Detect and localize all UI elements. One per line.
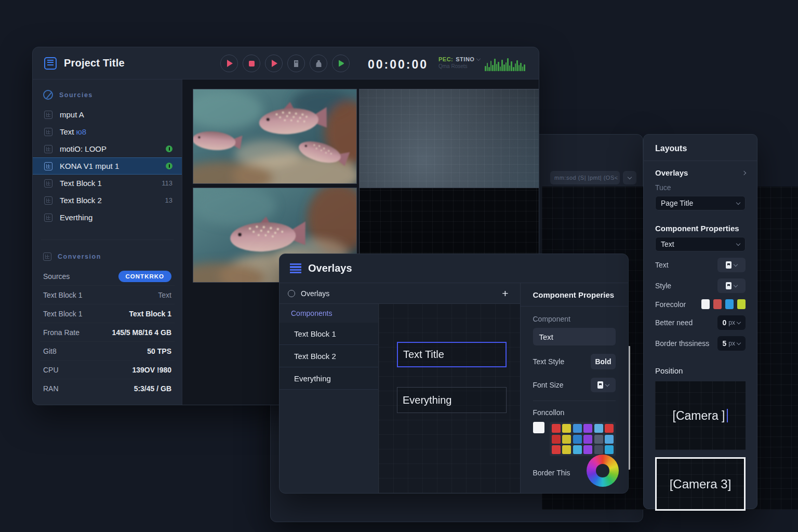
text-cursor	[727, 409, 728, 422]
component-dropdown[interactable]: Text	[655, 237, 746, 251]
color-swatch[interactable]	[552, 445, 561, 454]
source-item[interactable]: Text ю8	[33, 123, 182, 140]
font-size-dropdown[interactable]	[591, 378, 616, 392]
stat-row: RAN 5:3/45 / GB	[40, 379, 175, 398]
stat-value: 145/5 M8/16 4 GB	[112, 328, 171, 337]
color-swatch[interactable]	[605, 435, 614, 444]
status-active-icon	[166, 145, 172, 152]
color-swatch[interactable]	[583, 435, 592, 444]
capture-icon	[316, 60, 322, 67]
overlay-canvas[interactable]: Text Title Everything	[379, 304, 520, 493]
source-item[interactable]: Text Block 1 113	[33, 175, 182, 192]
divider	[533, 401, 616, 401]
chevron-down-icon	[737, 320, 741, 324]
forecolor-swatches	[701, 299, 746, 309]
capture-button[interactable]	[310, 55, 327, 72]
stat-value: 50 TPS	[147, 347, 171, 355]
audio-meter-bar	[518, 65, 520, 71]
clip-button[interactable]	[287, 55, 305, 72]
color-swatch[interactable]	[562, 424, 571, 433]
border-thickness-input[interactable]: 5 px	[717, 336, 746, 351]
color-swatch[interactable]	[573, 435, 582, 444]
audio-meter-bar	[492, 65, 494, 71]
audio-meter-bar	[522, 66, 524, 71]
layouts-overlays-item[interactable]: Overlays	[655, 168, 746, 177]
audio-meter-bar	[507, 58, 509, 71]
color-swatch-grid	[550, 422, 616, 456]
stat-row: Git8 50 TPS	[40, 342, 175, 361]
color-swatch[interactable]	[552, 435, 561, 444]
color-swatch[interactable]	[583, 445, 592, 454]
background-toolbar-button[interactable]	[623, 171, 636, 184]
component-list-item[interactable]: Everything	[280, 367, 378, 390]
divider	[644, 161, 757, 161]
underwater-fish-image	[193, 89, 356, 183]
go-live-button[interactable]	[332, 55, 350, 72]
overlays-window: Overlays Overlays + Components Text Bloc…	[279, 254, 629, 494]
color-swatch[interactable]	[583, 424, 592, 433]
overlays-group-label: Overlays	[301, 289, 329, 298]
bold-toggle-button[interactable]: Bold	[591, 354, 616, 369]
background-toolbar: mm:sod (S| |pmt| (OS<	[550, 171, 620, 184]
preview-video-source-1[interactable]	[193, 89, 357, 184]
rec-label: PEC:	[438, 56, 453, 62]
color-swatch[interactable]	[605, 445, 614, 454]
source-item-selected[interactable]: KONA V1 mput 1	[33, 157, 182, 175]
audio-meter-bar	[516, 60, 518, 71]
source-label-suffix: ю8	[76, 127, 87, 136]
stop-button[interactable]	[243, 55, 260, 72]
color-swatch[interactable]	[573, 445, 582, 454]
forecolor-swatch[interactable]	[701, 299, 710, 309]
font-size-label: Font Size	[533, 381, 564, 389]
chevron-down-icon	[476, 56, 481, 60]
component-name-input[interactable]: Text	[533, 328, 616, 345]
color-swatch[interactable]	[562, 445, 571, 454]
color-swatch[interactable]	[573, 424, 582, 433]
source-item[interactable]: Everthing	[33, 209, 182, 226]
camera-position-preview-selected[interactable]: [Camera 3]	[655, 457, 746, 511]
color-wheel[interactable]	[587, 455, 619, 487]
canvas-item-selected[interactable]: Text Title	[397, 342, 507, 367]
camera-position-preview[interactable]: [Camera ]	[655, 381, 746, 450]
tab-components[interactable]: Components	[280, 304, 378, 323]
color-swatch[interactable]	[594, 435, 603, 444]
source-item[interactable]: mput A	[33, 106, 182, 123]
forecolor-swatch[interactable]	[737, 299, 746, 309]
color-swatch[interactable]	[594, 424, 603, 433]
audio-meter-bar	[513, 67, 514, 71]
components-list: Components Text Block 1 Text Block 2 Eve…	[280, 304, 379, 493]
forecolor-swatch[interactable]	[713, 299, 722, 309]
component-list-item[interactable]: Text Block 1	[280, 323, 378, 345]
color-swatch[interactable]	[562, 435, 571, 444]
canvas-item[interactable]: Everything	[397, 387, 507, 413]
stat-row: Frona Rate 145/5 M8/16 4 GB	[40, 323, 175, 342]
overlays-group-row[interactable]: Overlays +	[280, 283, 520, 304]
chevron-down-icon	[628, 175, 632, 179]
color-swatch[interactable]	[605, 424, 614, 433]
component-properties-section-title: Component Properties	[655, 224, 746, 233]
color-swatch[interactable]	[594, 445, 603, 454]
audio-meter-bar	[509, 65, 511, 71]
style-dropdown[interactable]	[717, 278, 746, 293]
audio-level-meter	[485, 56, 527, 71]
current-color-swatch[interactable]	[533, 422, 544, 433]
status-active-icon	[166, 163, 172, 169]
stat-row: Text Block 1 Text Block 1	[40, 304, 175, 323]
text-dropdown[interactable]	[717, 258, 746, 272]
component-list-item[interactable]: Text Block 2	[280, 345, 378, 367]
audio-meter-bar	[496, 64, 498, 71]
color-swatch[interactable]	[552, 424, 561, 433]
add-overlay-button[interactable]: +	[502, 288, 508, 299]
forecolor-swatch[interactable]	[725, 299, 734, 309]
play-button[interactable]	[220, 55, 238, 72]
stat-value: Text	[158, 291, 171, 299]
go-live-icon	[338, 60, 344, 67]
better-need-input[interactable]: 0 px	[717, 315, 746, 330]
play-secondary-button[interactable]	[265, 55, 283, 72]
page-title-dropdown[interactable]: Page Title	[655, 196, 746, 210]
chevron-down-icon	[736, 241, 740, 245]
source-item[interactable]: motiO: LOOP	[33, 140, 182, 157]
control-pill-button[interactable]: CONTKRKO	[118, 271, 171, 282]
chevron-down-icon	[734, 283, 738, 287]
source-item[interactable]: Text Block 2 13	[33, 192, 182, 209]
